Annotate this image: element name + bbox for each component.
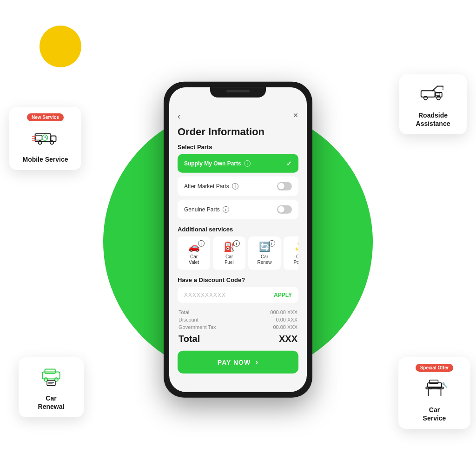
screen-scroll-content: ‹ ✕ Order Information Select Parts Suppl… [169, 87, 307, 392]
svg-rect-1 [36, 135, 42, 140]
roadside-assistance-label: Roadside Assistance [416, 111, 450, 128]
select-parts-label: Select Parts [178, 144, 298, 151]
grand-total-label: Total [178, 334, 200, 344]
svg-rect-17 [421, 91, 435, 97]
pay-now-arrow: › [255, 357, 258, 367]
grand-total-value: XXX [279, 334, 298, 344]
supply-own-parts-option[interactable]: Supply My Own Parts i ✓ [178, 154, 298, 173]
additional-services-section: Additional services 🚗 i CarValet [178, 226, 298, 270]
car-renew-card[interactable]: 🔄 i CarRenew [248, 236, 281, 270]
after-market-toggle[interactable] [277, 182, 292, 191]
mobile-service-icon: 🔧 [32, 125, 60, 152]
car-fuel-card-wrapper: ⛽ i CarFuel [213, 236, 245, 270]
discount-section: Have a Discount Code? XXXXXXXXXX APPLY [178, 276, 298, 303]
genuine-parts-option[interactable]: Genuine Parts i [178, 200, 298, 219]
after-market-toggle-thumb [278, 183, 284, 190]
discount-row-label: Discount [178, 317, 198, 322]
mobile-service-card[interactable]: New Service 🔧 Mobile Service [9, 107, 81, 170]
svg-text:🔧: 🔧 [43, 136, 48, 140]
svg-line-22 [432, 86, 437, 91]
car-valet-info-icon[interactable]: i [198, 240, 205, 247]
back-arrow[interactable]: ‹ [178, 112, 180, 121]
car-renew-label: CarRenew [257, 254, 271, 265]
discount-row-value: 0.00 XXX [276, 317, 298, 322]
phone-speaker [226, 90, 250, 92]
new-service-badge: New Service [27, 113, 64, 121]
supply-own-parts-checkmark: ✓ [286, 160, 292, 167]
supply-own-parts-info-icon[interactable]: i [244, 160, 251, 167]
genuine-parts-info-icon[interactable]: i [223, 206, 229, 213]
svg-text:🔧: 🔧 [442, 381, 448, 388]
roadside-assistance-icon [419, 81, 447, 108]
after-market-parts-option[interactable]: After Market Parts i [178, 177, 298, 196]
total-value: 000.00 XXX [270, 309, 298, 315]
discount-row: Discount 0.00 XXX [178, 317, 298, 322]
car-renewal-label: Car Renewal [38, 394, 65, 411]
close-button[interactable]: ✕ [293, 112, 298, 121]
phone-mockup: ‹ ✕ Order Information Select Parts Suppl… [164, 82, 312, 398]
car-service-card[interactable]: Special Offer 🔧 Car Service [398, 357, 470, 429]
genuine-parts-toggle[interactable] [277, 205, 292, 214]
services-grid: 🚗 i CarValet ⛽ i CarFuel [178, 236, 298, 270]
genuine-parts-toggle-thumb [278, 206, 284, 213]
svg-rect-11 [45, 369, 56, 373]
car-valet-label: CarValet [189, 254, 199, 265]
total-label: Total [178, 309, 189, 315]
total-row: Total 000.00 XXX [178, 309, 298, 315]
car-polish-icon: ✨ [294, 242, 299, 252]
car-renewal-card[interactable]: Car Renewal [19, 357, 84, 417]
car-polish-card-wrapper: ✨ i CarPolish [284, 236, 298, 270]
pay-now-button[interactable]: PAY NOW › [178, 351, 298, 374]
car-renew-info-icon[interactable]: i [269, 240, 275, 247]
roadside-assistance-card[interactable]: Roadside Assistance [399, 74, 467, 134]
govt-tax-label: Government Tax [178, 324, 216, 330]
car-renewal-icon [37, 364, 65, 391]
yellow-circle-decoration [40, 26, 81, 67]
additional-services-label: Additional services [178, 226, 298, 233]
special-offer-badge: Special Offer [416, 364, 454, 372]
after-market-parts-info-icon[interactable]: i [232, 183, 238, 190]
svg-rect-19 [436, 93, 440, 96]
after-market-parts-label: After Market Parts [184, 183, 229, 190]
govt-tax-value: 00.00 XXX [273, 324, 298, 330]
svg-rect-14 [47, 381, 55, 386]
genuine-parts-label: Genuine Parts [184, 206, 220, 213]
car-polish-label: CarPolish [293, 254, 298, 265]
supply-own-parts-label: Supply My Own Parts [184, 160, 241, 167]
car-renew-card-wrapper: 🔄 i CarRenew [248, 236, 281, 270]
totals-section: Total 000.00 XXX Discount 0.00 XXX Gover… [178, 309, 298, 344]
order-info-title: Order Information [178, 126, 298, 138]
car-fuel-label: CarFuel [225, 254, 233, 265]
pay-now-label: PAY NOW [218, 358, 251, 366]
car-service-label: Car Service [423, 406, 446, 422]
car-fuel-info-icon[interactable]: i [233, 240, 240, 247]
car-valet-card[interactable]: 🚗 i CarValet [178, 236, 210, 270]
apply-button[interactable]: APPLY [274, 292, 292, 298]
discount-section-label: Have a Discount Code? [178, 276, 298, 283]
car-fuel-card[interactable]: ⛽ i CarFuel [213, 236, 245, 270]
mobile-service-label: Mobile Service [22, 155, 68, 164]
govt-tax-row: Government Tax 00.00 XXX [178, 324, 298, 330]
car-polish-card[interactable]: ✨ i CarPolish [284, 236, 298, 270]
grand-total-row: Total XXX [178, 334, 298, 344]
discount-input-row: XXXXXXXXXX APPLY [178, 287, 298, 303]
car-service-icon: 🔧 [421, 375, 449, 403]
phone-screen: ‹ ✕ Order Information Select Parts Suppl… [169, 87, 307, 392]
car-valet-card-wrapper: 🚗 i CarValet [178, 236, 210, 270]
discount-placeholder[interactable]: XXXXXXXXXX [184, 292, 226, 298]
